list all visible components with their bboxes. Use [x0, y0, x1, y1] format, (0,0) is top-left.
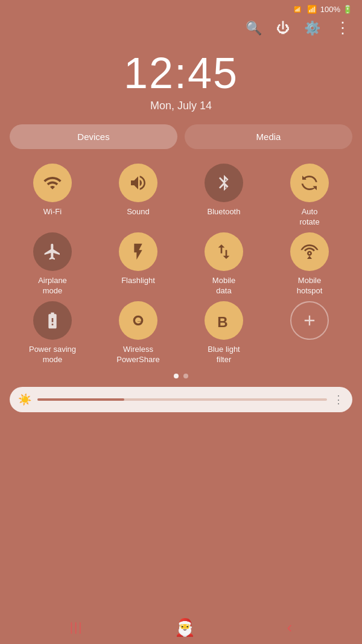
svg-text:📶: 📶 [294, 5, 302, 13]
flashlight-label: Flashlight [121, 276, 155, 286]
power-button[interactable]: ⏻ [276, 21, 290, 36]
page-dots [0, 365, 362, 384]
bottom-nav: ||| 🎅 ‹ [0, 610, 362, 644]
tab-row: Devices Media [0, 124, 362, 159]
powersave-label: Power savingmode [29, 345, 76, 365]
add-circle [290, 301, 329, 340]
wifi-circle [33, 164, 72, 202]
airplane-label: Airplanemode [38, 276, 67, 296]
autorotate-label: Autorotate [299, 207, 319, 228]
bluetooth-circle [205, 164, 243, 202]
dot-1 [174, 374, 179, 378]
brightness-fill [37, 398, 124, 401]
wifi-status-icon: 📶 [294, 5, 305, 14]
toggle-powersave[interactable]: Power savingmode [10, 301, 95, 365]
svg-text:B: B [217, 313, 227, 330]
sound-label: Sound [127, 207, 150, 217]
bluelight-circle: B [205, 301, 243, 340]
toggle-flashlight[interactable]: Flashlight [95, 232, 181, 296]
powersave-circle [33, 301, 72, 340]
sound-circle [119, 164, 157, 202]
brightness-row[interactable]: ☀️ ⋮ [10, 387, 352, 412]
more-button[interactable]: ⋮ [335, 19, 350, 37]
mobiledata-circle [205, 232, 243, 271]
back-button[interactable]: ‹ [287, 618, 293, 637]
bluetooth-label: Bluetooth [208, 207, 241, 217]
clock-section: 12:45 Mon, July 14 [0, 43, 362, 124]
hotspot-circle [290, 232, 329, 271]
toggle-autorotate[interactable]: Autorotate [267, 164, 352, 228]
flashlight-circle [119, 232, 157, 271]
toggle-bluelight[interactable]: B Blue lightfilter [181, 301, 267, 365]
tab-devices[interactable]: Devices [10, 124, 177, 149]
search-button[interactable]: 🔍 [246, 21, 262, 36]
wifi-label: Wi-Fi [43, 207, 62, 217]
settings-button[interactable]: ⚙️ [304, 21, 320, 36]
clock-date: Mon, July 14 [0, 100, 362, 112]
hotspot-label: Mobilehotspot [297, 276, 323, 296]
home-button[interactable]: 🎅 [174, 617, 195, 637]
toggle-mobiledata[interactable]: Mobiledata [181, 232, 267, 296]
tab-media[interactable]: Media [185, 124, 352, 149]
wireless-label: WirelessPowerShare [116, 345, 160, 365]
toggle-sound[interactable]: Sound [95, 164, 181, 228]
brightness-icon: ☀️ [18, 393, 31, 406]
toggle-add[interactable] [267, 301, 352, 365]
battery-text: 100% [320, 5, 340, 14]
toggles-grid: Wi-Fi Sound Bluetooth Autorotate Airplan… [0, 159, 362, 365]
toggle-wireless[interactable]: → WirelessPowerShare [95, 301, 181, 365]
toggle-wifi[interactable]: Wi-Fi [10, 164, 95, 228]
autorotate-circle [290, 164, 329, 202]
airplane-circle [33, 232, 72, 271]
bluelight-label: Blue lightfilter [208, 345, 240, 365]
status-icons: 📶 📶 100% 🔋 [294, 5, 352, 14]
recent-apps-button[interactable]: ||| [70, 620, 83, 634]
status-bar: 📶 📶 100% 🔋 [0, 0, 362, 16]
battery-icon: 🔋 [343, 5, 352, 14]
toggle-hotspot[interactable]: Mobilehotspot [267, 232, 352, 296]
top-actions: 🔍 ⏻ ⚙️ ⋮ [0, 16, 362, 43]
toggle-bluetooth[interactable]: Bluetooth [181, 164, 267, 228]
signal-icon: 📶 [307, 5, 317, 14]
wireless-circle: → [119, 301, 157, 340]
mobiledata-label: Mobiledata [212, 276, 235, 296]
brightness-more-button[interactable]: ⋮ [333, 393, 344, 406]
brightness-track[interactable] [37, 398, 327, 401]
toggle-airplane[interactable]: Airplanemode [10, 232, 95, 296]
dot-2 [183, 374, 188, 378]
clock-time: 12:45 [0, 49, 362, 97]
svg-text:→: → [136, 316, 144, 325]
